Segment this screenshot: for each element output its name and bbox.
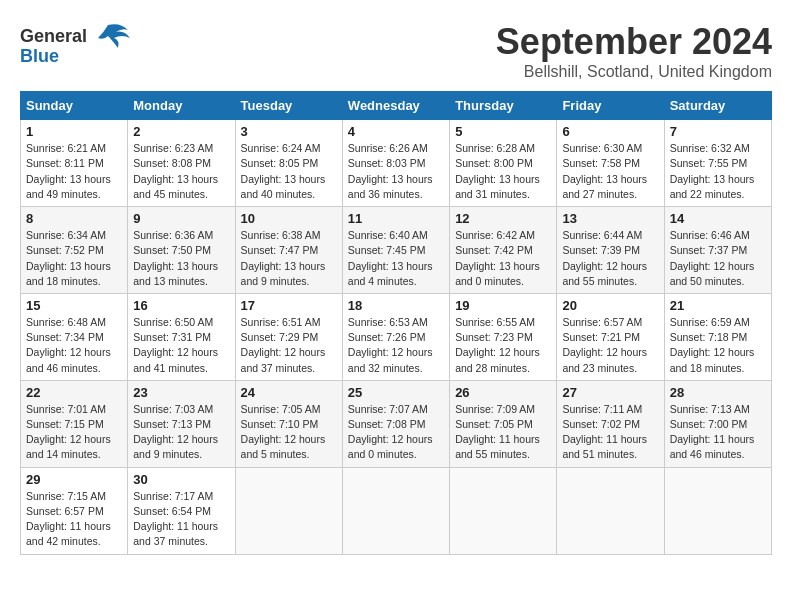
calendar-day-cell: 11Sunrise: 6:40 AMSunset: 7:45 PMDayligh… [342, 207, 449, 294]
calendar-day-cell [664, 467, 771, 554]
day-number: 18 [348, 298, 444, 313]
calendar-day-cell [450, 467, 557, 554]
day-info: Sunrise: 6:50 AMSunset: 7:31 PMDaylight:… [133, 315, 229, 376]
day-info: Sunrise: 6:32 AMSunset: 7:55 PMDaylight:… [670, 141, 766, 202]
calendar-day-cell: 1Sunrise: 6:21 AMSunset: 8:11 PMDaylight… [21, 120, 128, 207]
day-info: Sunrise: 6:44 AMSunset: 7:39 PMDaylight:… [562, 228, 658, 289]
day-number: 21 [670, 298, 766, 313]
day-info: Sunrise: 6:57 AMSunset: 7:21 PMDaylight:… [562, 315, 658, 376]
day-number: 24 [241, 385, 337, 400]
calendar-day-cell: 13Sunrise: 6:44 AMSunset: 7:39 PMDayligh… [557, 207, 664, 294]
calendar-day-cell: 14Sunrise: 6:46 AMSunset: 7:37 PMDayligh… [664, 207, 771, 294]
calendar-day-cell: 17Sunrise: 6:51 AMSunset: 7:29 PMDayligh… [235, 293, 342, 380]
day-number: 20 [562, 298, 658, 313]
calendar-day-cell: 21Sunrise: 6:59 AMSunset: 7:18 PMDayligh… [664, 293, 771, 380]
day-info: Sunrise: 6:51 AMSunset: 7:29 PMDaylight:… [241, 315, 337, 376]
logo: General Blue [20, 20, 135, 70]
day-number: 19 [455, 298, 551, 313]
day-info: Sunrise: 7:07 AMSunset: 7:08 PMDaylight:… [348, 402, 444, 463]
calendar-day-cell [235, 467, 342, 554]
day-info: Sunrise: 7:13 AMSunset: 7:00 PMDaylight:… [670, 402, 766, 463]
calendar-day-cell: 12Sunrise: 6:42 AMSunset: 7:42 PMDayligh… [450, 207, 557, 294]
day-info: Sunrise: 7:11 AMSunset: 7:02 PMDaylight:… [562, 402, 658, 463]
day-info: Sunrise: 6:26 AMSunset: 8:03 PMDaylight:… [348, 141, 444, 202]
day-number: 2 [133, 124, 229, 139]
day-number: 28 [670, 385, 766, 400]
calendar-day-cell: 28Sunrise: 7:13 AMSunset: 7:00 PMDayligh… [664, 380, 771, 467]
calendar-day-cell: 9Sunrise: 6:36 AMSunset: 7:50 PMDaylight… [128, 207, 235, 294]
svg-text:General: General [20, 26, 87, 46]
day-number: 9 [133, 211, 229, 226]
calendar-week-row: 29Sunrise: 7:15 AMSunset: 6:57 PMDayligh… [21, 467, 772, 554]
day-info: Sunrise: 6:40 AMSunset: 7:45 PMDaylight:… [348, 228, 444, 289]
calendar-day-cell: 5Sunrise: 6:28 AMSunset: 8:00 PMDaylight… [450, 120, 557, 207]
day-number: 5 [455, 124, 551, 139]
calendar-day-cell: 26Sunrise: 7:09 AMSunset: 7:05 PMDayligh… [450, 380, 557, 467]
weekday-header-cell: Saturday [664, 92, 771, 120]
header: General Blue September 2024 Bellshill, S… [20, 20, 772, 81]
weekday-header-cell: Friday [557, 92, 664, 120]
calendar-day-cell: 27Sunrise: 7:11 AMSunset: 7:02 PMDayligh… [557, 380, 664, 467]
day-number: 4 [348, 124, 444, 139]
weekday-header-cell: Monday [128, 92, 235, 120]
day-number: 29 [26, 472, 122, 487]
day-info: Sunrise: 6:42 AMSunset: 7:42 PMDaylight:… [455, 228, 551, 289]
calendar-table: SundayMondayTuesdayWednesdayThursdayFrid… [20, 91, 772, 554]
calendar-day-cell: 25Sunrise: 7:07 AMSunset: 7:08 PMDayligh… [342, 380, 449, 467]
day-number: 6 [562, 124, 658, 139]
weekday-header-cell: Sunday [21, 92, 128, 120]
calendar-day-cell: 19Sunrise: 6:55 AMSunset: 7:23 PMDayligh… [450, 293, 557, 380]
day-number: 23 [133, 385, 229, 400]
day-number: 25 [348, 385, 444, 400]
day-info: Sunrise: 6:53 AMSunset: 7:26 PMDaylight:… [348, 315, 444, 376]
day-number: 22 [26, 385, 122, 400]
calendar-day-cell: 29Sunrise: 7:15 AMSunset: 6:57 PMDayligh… [21, 467, 128, 554]
day-number: 1 [26, 124, 122, 139]
svg-text:Blue: Blue [20, 46, 59, 66]
day-info: Sunrise: 6:28 AMSunset: 8:00 PMDaylight:… [455, 141, 551, 202]
day-info: Sunrise: 6:23 AMSunset: 8:08 PMDaylight:… [133, 141, 229, 202]
weekday-header-row: SundayMondayTuesdayWednesdayThursdayFrid… [21, 92, 772, 120]
day-info: Sunrise: 6:55 AMSunset: 7:23 PMDaylight:… [455, 315, 551, 376]
calendar-day-cell: 23Sunrise: 7:03 AMSunset: 7:13 PMDayligh… [128, 380, 235, 467]
calendar-day-cell: 3Sunrise: 6:24 AMSunset: 8:05 PMDaylight… [235, 120, 342, 207]
day-info: Sunrise: 6:46 AMSunset: 7:37 PMDaylight:… [670, 228, 766, 289]
calendar-week-row: 22Sunrise: 7:01 AMSunset: 7:15 PMDayligh… [21, 380, 772, 467]
calendar-day-cell [342, 467, 449, 554]
weekday-header-cell: Wednesday [342, 92, 449, 120]
day-number: 11 [348, 211, 444, 226]
logo-svg: General Blue [20, 20, 135, 70]
calendar-week-row: 15Sunrise: 6:48 AMSunset: 7:34 PMDayligh… [21, 293, 772, 380]
calendar-day-cell: 8Sunrise: 6:34 AMSunset: 7:52 PMDaylight… [21, 207, 128, 294]
day-info: Sunrise: 7:15 AMSunset: 6:57 PMDaylight:… [26, 489, 122, 550]
calendar-day-cell: 10Sunrise: 6:38 AMSunset: 7:47 PMDayligh… [235, 207, 342, 294]
month-title: September 2024 [496, 20, 772, 63]
calendar-day-cell: 2Sunrise: 6:23 AMSunset: 8:08 PMDaylight… [128, 120, 235, 207]
day-info: Sunrise: 7:03 AMSunset: 7:13 PMDaylight:… [133, 402, 229, 463]
day-number: 26 [455, 385, 551, 400]
day-info: Sunrise: 6:59 AMSunset: 7:18 PMDaylight:… [670, 315, 766, 376]
day-number: 8 [26, 211, 122, 226]
day-info: Sunrise: 6:38 AMSunset: 7:47 PMDaylight:… [241, 228, 337, 289]
calendar-body: 1Sunrise: 6:21 AMSunset: 8:11 PMDaylight… [21, 120, 772, 554]
calendar-week-row: 8Sunrise: 6:34 AMSunset: 7:52 PMDaylight… [21, 207, 772, 294]
day-number: 7 [670, 124, 766, 139]
weekday-header-cell: Thursday [450, 92, 557, 120]
calendar-week-row: 1Sunrise: 6:21 AMSunset: 8:11 PMDaylight… [21, 120, 772, 207]
calendar-day-cell: 15Sunrise: 6:48 AMSunset: 7:34 PMDayligh… [21, 293, 128, 380]
day-number: 13 [562, 211, 658, 226]
calendar-day-cell: 4Sunrise: 6:26 AMSunset: 8:03 PMDaylight… [342, 120, 449, 207]
weekday-header-cell: Tuesday [235, 92, 342, 120]
title-area: September 2024 Bellshill, Scotland, Unit… [496, 20, 772, 81]
calendar-day-cell: 18Sunrise: 6:53 AMSunset: 7:26 PMDayligh… [342, 293, 449, 380]
calendar-day-cell: 30Sunrise: 7:17 AMSunset: 6:54 PMDayligh… [128, 467, 235, 554]
day-number: 16 [133, 298, 229, 313]
location: Bellshill, Scotland, United Kingdom [496, 63, 772, 81]
day-info: Sunrise: 6:30 AMSunset: 7:58 PMDaylight:… [562, 141, 658, 202]
calendar-day-cell: 24Sunrise: 7:05 AMSunset: 7:10 PMDayligh… [235, 380, 342, 467]
day-info: Sunrise: 6:34 AMSunset: 7:52 PMDaylight:… [26, 228, 122, 289]
calendar-day-cell [557, 467, 664, 554]
day-info: Sunrise: 6:36 AMSunset: 7:50 PMDaylight:… [133, 228, 229, 289]
day-number: 10 [241, 211, 337, 226]
day-info: Sunrise: 6:48 AMSunset: 7:34 PMDaylight:… [26, 315, 122, 376]
